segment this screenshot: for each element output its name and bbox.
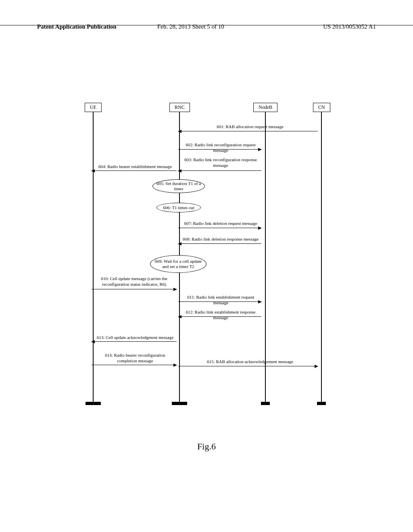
msg-608: 608: Radio link deletion response messag… — [182, 237, 259, 242]
msg-615: 615: RAB allocation acknowledgement mess… — [186, 359, 315, 365]
lifeline-end-icon — [317, 402, 326, 405]
header-left: Patent Application Publication — [37, 23, 117, 30]
figure-caption: Fig.6 — [0, 441, 413, 452]
msg-610: 610: Cell update message (carries the re… — [91, 276, 177, 287]
arrow-611 — [178, 301, 261, 302]
header-mid: Feb. 28, 2013 Sheet 5 of 10 — [157, 23, 224, 30]
actor-ue: UE — [85, 103, 102, 112]
lifeline-end-icon — [86, 402, 101, 405]
arrow-610 — [92, 289, 177, 289]
arrow-613 — [92, 341, 177, 342]
actor-cn: CN — [313, 103, 330, 112]
actor-rnc-label: RNC — [169, 103, 190, 112]
msg-614: 614: Radio bearer reconfiguration comple… — [95, 353, 175, 364]
lifeline-end-icon — [261, 402, 270, 405]
arrow-612 — [178, 316, 261, 317]
arrow-603 — [178, 170, 261, 171]
note-605: 605: Set duration T1 of a timer — [152, 179, 205, 193]
header-right: US 2013/0053052 A1 — [323, 23, 376, 30]
msg-613: 613: Cell update acknowledgment message — [95, 335, 175, 341]
arrow-615 — [178, 366, 318, 366]
actor-nodeb: NodeB — [253, 103, 277, 112]
arrow-608 — [178, 243, 261, 244]
actor-rnc: RNC — [169, 103, 190, 112]
arrow-602 — [178, 149, 261, 150]
msg-603: 603: Radio link reconfiguration response… — [182, 157, 259, 168]
page-header: Patent Application Publication Feb. 28, … — [0, 23, 413, 25]
note-606: 606: T1 times out — [156, 203, 201, 212]
lifeline-ue — [93, 112, 94, 402]
sequence-diagram: UE RNC NodeB CN 601: RAB allocation requ… — [81, 103, 331, 409]
msg-612: 612: Radio link establishment response m… — [178, 310, 263, 321]
lifeline-nodeb — [265, 112, 266, 402]
msg-602: 602: Radio link reconfiguration request … — [182, 142, 259, 154]
arrow-614 — [92, 365, 177, 365]
msg-607: 607: Radio link deletion request message — [182, 221, 259, 227]
arrow-604 — [92, 170, 177, 171]
arrow-607 — [178, 228, 261, 228]
lifeline-cn — [321, 112, 322, 402]
note-609: 609: Wait for a cell update and set a ti… — [150, 255, 206, 273]
msg-601: 601: RAB allocation request message — [186, 124, 315, 130]
arrow-601 — [178, 131, 318, 131]
actor-nodeb-label: NodeB — [253, 103, 277, 112]
actor-ue-label: UE — [85, 103, 102, 112]
actor-cn-label: CN — [313, 103, 330, 112]
msg-604: 604: Radio bearer establishment message — [95, 164, 175, 170]
lifeline-end-icon — [172, 402, 187, 405]
msg-611: 611: Radio link establishment request me… — [179, 295, 262, 306]
